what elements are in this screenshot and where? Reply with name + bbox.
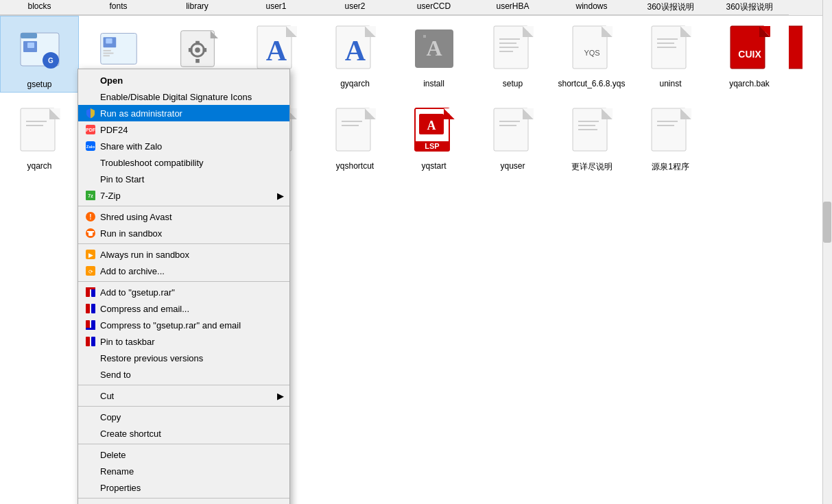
file-shortcut-yqs[interactable]: YQS shortcut_6.6.8.yqs [552,16,631,93]
ctx-compress-rar-email[interactable]: Pin to taskbar [78,333,289,350]
col-header-blocks[interactable]: blocks [0,0,79,15]
font-a-blue-icon: A [256,25,297,73]
ctx-compress-email[interactable]: Compress to "gsetup.rar" and email [78,317,289,333]
setup-wrapper [486,21,540,76]
col-header-library[interactable]: library [158,0,237,15]
ctx-cut-label: Copy [100,412,121,422]
file-yqshortcut[interactable]: yqshortcut [316,98,394,176]
col-header-360-2[interactable]: 360误报说明 [710,0,789,15]
col-header-userHBA[interactable]: userHBA [473,0,552,15]
ctx-copy[interactable]: Create shortcut [78,425,289,442]
svg-text:A: A [427,119,436,132]
ctx-rename[interactable]: Properties [78,479,289,496]
col-header-userCCD[interactable]: userCCD [394,0,473,15]
gyqarch-icon: A [335,25,376,73]
ctx-create-shortcut[interactable]: Delete [78,446,289,463]
partial-wrapper [789,21,803,76]
ctx-compress-email-label: Compress to "gsetup.rar" and email [100,320,241,331]
ctx-always-sandbox[interactable]: ⟳ Add to archive... [78,263,289,279]
ctx-delete[interactable]: Rename [78,463,289,479]
svg-text:A: A [344,35,366,67]
ctx-restore-label: Send to [100,370,131,380]
ctx-add-gsetup-rar[interactable]: Compress and email... [78,300,289,317]
ctx-share-zalo[interactable]: Zalo Share with Zalo [78,138,289,154]
ctx-restore-prev[interactable]: Send to [78,366,289,383]
ctx-sig-label: Enable/Disable Digital Signature Icons [100,92,252,102]
ctx-troubleshoot-label: Troubleshoot compatibility [100,158,204,168]
file-yquser[interactable]: yquser [473,98,552,176]
ctx-shred-avast[interactable]: Run in sandbox [78,225,289,241]
file-install[interactable]: A install [394,16,473,93]
winrar3-icon [84,318,97,332]
pdf24-icon: PDF [84,123,97,136]
col-header-user2[interactable]: user2 [316,0,394,15]
ctx-cut[interactable]: Copy [78,409,289,425]
file-setup[interactable]: setup [473,16,552,93]
uninst-wrapper [643,21,698,76]
file-yuanquan[interactable]: 源泉1程序 [631,98,710,176]
file-detail[interactable]: 更详尽说明 [552,98,631,176]
uninst-label: uninst [659,79,681,88]
file-yqstart[interactable]: A LSP yqstart [394,98,473,176]
scrollbar-thumb[interactable] [823,202,831,243]
winrar4-icon [84,335,97,348]
ctx-pdf24-label: PDF24 [100,125,128,135]
yqarch-label2: yqarch [27,161,51,171]
ctx-scan-virus[interactable]: ! Shred using Avast [78,208,289,225]
sandbox-run-icon: ▶ [84,248,97,261]
gyqarch-wrapper: A [328,21,383,76]
svg-text:YQS: YQS [584,49,599,57]
winrar2-icon [84,302,97,315]
cuix-label: yqarch.bak [729,79,770,88]
col-header-fonts[interactable]: fonts [79,0,158,15]
ctx-7zip[interactable]: 7z 7-Zip ▶ [78,187,289,204]
ctx-run-as-admin[interactable]: Run as administrator [78,105,289,121]
file-gyqarch[interactable]: A gyqarch [316,16,394,93]
ctx-pin-start[interactable]: Pin to Start [78,171,289,187]
col-header-360-1[interactable]: 360误报说明 [631,0,710,15]
ctx-pin-taskbar[interactable]: Restore previous versions [78,350,289,366]
svg-text:▶: ▶ [88,252,93,259]
file-partial[interactable] [789,16,803,93]
column-headers: blocks fonts library user1 user2 userCCD… [0,0,832,16]
ctx-pdf24[interactable]: PDF PDF24 [78,121,289,138]
yqs-wrapper: YQS [564,21,619,76]
scrollbar-right[interactable] [822,0,832,504]
svg-rect-47 [657,43,674,44]
ctx-send-to[interactable]: Cut ▶ [78,387,289,404]
ctx-enable-disable-sig[interactable]: Enable/Disable Digital Signature Icons [78,88,289,105]
yuanquan-label: 源泉1程序 [652,161,689,173]
detail-wrapper [564,104,619,158]
svg-text:A: A [426,36,442,60]
ctx-rename-label: Properties [100,483,141,493]
svg-rect-19 [188,48,192,52]
col-header-windows[interactable]: windows [552,0,631,15]
ctx-open[interactable]: Open [78,72,289,88]
file-gsetup[interactable]: G gsetup [0,16,79,93]
yqstart-wrapper: A LSP [407,104,462,158]
svg-rect-97 [578,129,597,130]
ctx-open-label: Open [100,75,123,86]
svg-rect-95 [578,121,599,122]
file-yqarch[interactable]: yqarch [0,98,79,176]
gyqarch-label: gyqarch [340,79,370,88]
gear-icon-wrapper [170,21,225,76]
ctx-add-archive[interactable]: Add to "gsetup.rar" [78,284,289,300]
ctx-properties[interactable] [78,501,289,504]
svg-text:PDF: PDF [86,128,96,132]
setup-icon [492,25,534,73]
svg-rect-35 [499,38,520,40]
svg-rect-127 [91,337,95,346]
file-yqarch-bak[interactable]: CUIX yqarch.bak [710,16,789,93]
font-a-blue-wrapper: A [249,21,304,76]
svg-rect-36 [499,43,516,44]
ctx-run-sandbox[interactable]: ▶ Always run in sandbox [78,246,289,263]
ctx-troubleshoot[interactable]: Troubleshoot compatibility [78,154,289,171]
col-header-user1[interactable]: user1 [237,0,316,15]
separator-5 [78,406,289,407]
svg-rect-126 [86,337,90,346]
file-uninst[interactable]: uninst [631,16,710,93]
yuanquan-wrapper [643,104,698,158]
svg-rect-18 [195,59,200,63]
svg-text:G: G [48,57,54,64]
